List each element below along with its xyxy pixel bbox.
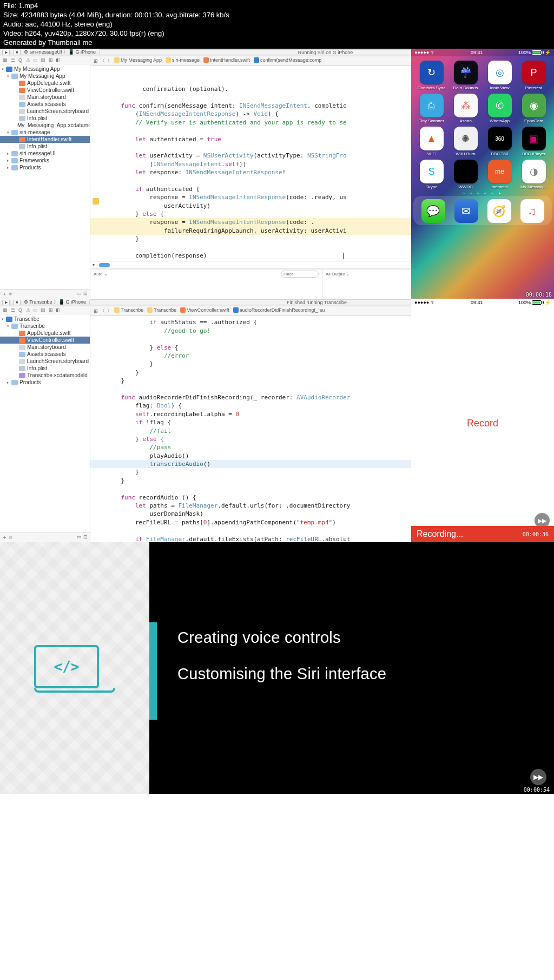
auto-scope[interactable]: Auto ⌄ bbox=[94, 272, 108, 277]
add-icon[interactable]: ＋ ⊙ bbox=[2, 291, 12, 298]
app-icon[interactable]: ☔Rain Sounds bbox=[450, 61, 482, 90]
app-icon[interactable]: WWDC bbox=[450, 160, 482, 189]
tree-row[interactable]: AppDelegate.swift bbox=[0, 330, 90, 337]
app-icon[interactable]: ▣BBC iPlayer bbox=[518, 127, 550, 156]
navigator-footer: ＋ ⊙ ▭ ⊡ bbox=[0, 532, 90, 542]
app-icon[interactable]: ✺Will I Burn bbox=[450, 127, 482, 156]
add-icon[interactable]: ＋ ⊙ bbox=[2, 534, 12, 541]
breadcrumb-segment[interactable]: audioRecorderDidFinishRecording(_:su bbox=[233, 307, 325, 313]
tree-row[interactable]: ▾Transcribe bbox=[0, 315, 90, 323]
stop-button[interactable]: ■ bbox=[13, 50, 21, 55]
battery-icon: 100% ⚡ bbox=[518, 300, 551, 305]
run-button[interactable]: ▶ bbox=[2, 50, 10, 55]
file-tree[interactable]: ▾My Messaging App▾My Messaging AppAppDel… bbox=[0, 64, 90, 289]
tree-row[interactable]: Main.storyboard bbox=[0, 94, 90, 101]
breadcrumb-segment[interactable]: confirm(sendMessage:comp bbox=[254, 57, 321, 63]
page-indicator[interactable]: ○ ○ ○ ○ ○ ● bbox=[411, 192, 554, 195]
breadcrumb-segment[interactable]: Transcribe bbox=[147, 307, 176, 313]
app-icon[interactable]: memematic bbox=[484, 160, 516, 189]
app-icon[interactable]: ▲VLC bbox=[416, 127, 447, 156]
variables-filter[interactable] bbox=[281, 271, 319, 278]
app-icon[interactable]: ◑My Messag… bbox=[518, 160, 550, 189]
tree-row[interactable]: Main.storyboard bbox=[0, 344, 90, 351]
iphone-simulator-home: ●●●●● ᯤ 09:41 100% ⚡ ↻Contacts Sync☔Rain… bbox=[411, 49, 554, 299]
related-items-icon[interactable]: ⊞ bbox=[94, 58, 98, 64]
dock-app-icon[interactable]: ✉ bbox=[454, 199, 478, 223]
tree-row[interactable]: ▸siri-messageUI bbox=[0, 150, 90, 157]
tree-row[interactable]: IntentHandler.swift bbox=[0, 136, 90, 143]
app-icon[interactable]: 360BBC 360 bbox=[484, 127, 516, 156]
skip-forward-icon[interactable]: ▶▶ bbox=[530, 769, 546, 785]
breadcrumb-segment[interactable]: IntentHandler.swift bbox=[203, 57, 250, 63]
forward-icon[interactable]: 〉 bbox=[107, 307, 112, 314]
folder-nav-icon[interactable]: ▦ bbox=[2, 307, 8, 313]
debug-pill[interactable] bbox=[99, 263, 110, 267]
tree-row[interactable]: Info.plist bbox=[0, 365, 90, 372]
tree-row[interactable]: My_Messaging_App.xcdatamodeld bbox=[0, 122, 90, 129]
toggle-icon[interactable]: ▾ bbox=[93, 262, 95, 267]
frame-timestamp: 00:00:36 bbox=[523, 531, 549, 537]
tree-row[interactable]: ▸Products bbox=[0, 164, 90, 171]
scheme-selector[interactable]: ⚙ siri-messageUI 〉📱 G iPhone bbox=[24, 49, 96, 56]
frame-timestamp: 00:00:54 bbox=[524, 787, 550, 793]
dock-app-icon[interactable]: ♫ bbox=[520, 199, 544, 223]
tree-row[interactable]: Transcribe.xcdatamodeld bbox=[0, 372, 90, 379]
phone-time: 09:41 bbox=[471, 50, 483, 55]
tree-row[interactable]: Assets.xcassets bbox=[0, 101, 90, 108]
battery-icon: 100% ⚡ bbox=[518, 50, 551, 55]
tree-row[interactable]: ViewController.swift bbox=[0, 87, 90, 94]
tree-row[interactable]: ▸Frameworks bbox=[0, 157, 90, 164]
record-button[interactable]: Record bbox=[411, 418, 554, 429]
tree-row[interactable]: LaunchScreen.storyboard bbox=[0, 358, 90, 365]
back-icon[interactable]: 〈 bbox=[100, 57, 105, 64]
stop-button[interactable]: ■ bbox=[13, 300, 21, 305]
tree-row[interactable]: Assets.xcassets bbox=[0, 351, 90, 358]
meta-generator: Generated by Thumbnail me bbox=[3, 38, 551, 48]
filter-icon[interactable]: ▭ ⊡ bbox=[77, 291, 88, 298]
navigator-tabs[interactable]: ▦☰Q⚠▭▤⊞◧ bbox=[0, 56, 90, 64]
output-scope[interactable]: All Output ⌄ bbox=[326, 272, 349, 277]
scheme-selector[interactable]: ⚙ Transcribe 〉📱 G iPhone bbox=[24, 299, 86, 306]
meta-size: Size: 4234883 bytes (4.04 MiB), duration… bbox=[3, 11, 551, 20]
tree-row[interactable]: ▾My Messaging App bbox=[0, 73, 90, 80]
phone-status-bar: ●●●●● ᯤ 09:41 100% ⚡ bbox=[411, 299, 554, 306]
dock-app-icon[interactable]: 🧭 bbox=[487, 199, 511, 223]
recording-banner: Recording... 00:00:36 bbox=[411, 526, 554, 542]
breadcrumb-segment[interactable]: ViewController.swift bbox=[180, 307, 229, 313]
tree-row[interactable]: ▾My Messaging App bbox=[0, 65, 90, 73]
app-grid: ↻Contacts Sync☔Rain Sounds◎Ionic ViewPPi… bbox=[411, 56, 554, 189]
app-icon[interactable]: ✆WhatsApp bbox=[484, 94, 516, 123]
tree-row[interactable]: ▾Transcribe bbox=[0, 323, 90, 330]
dock-app-icon[interactable]: 💬 bbox=[421, 199, 445, 223]
tree-row[interactable]: ViewController.swift bbox=[0, 337, 90, 344]
warning-gutter-icon[interactable] bbox=[93, 198, 99, 205]
related-items-icon[interactable]: ⊞ bbox=[94, 308, 98, 314]
file-tree[interactable]: ▾Transcribe▾TranscribeAppDelegate.swiftV… bbox=[0, 314, 90, 532]
tree-row[interactable]: LaunchScreen.storyboard bbox=[0, 108, 90, 115]
tree-row[interactable]: ▸Products bbox=[0, 379, 90, 386]
app-icon[interactable]: ⁂Asana bbox=[450, 94, 482, 123]
navigator-tabs[interactable]: ▦☰Q⚠▭▤⊞◧ bbox=[0, 306, 90, 314]
app-icon[interactable]: SSkype bbox=[416, 160, 447, 189]
breadcrumb-segment[interactable]: siri-message bbox=[166, 57, 200, 63]
tree-row[interactable]: Info.plist bbox=[0, 115, 90, 122]
app-icon[interactable]: ⎙Tiny Scanner bbox=[416, 94, 447, 123]
app-icon[interactable]: PPinterest bbox=[518, 61, 550, 90]
tree-row[interactable]: AppDelegate.swift bbox=[0, 80, 90, 87]
app-icon[interactable]: ◉EpocCam bbox=[518, 94, 550, 123]
folder-nav-icon[interactable]: ▦ bbox=[2, 57, 8, 63]
project-navigator: ▦☰Q⚠▭▤⊞◧ ▾My Messaging App▾My Messaging … bbox=[0, 56, 90, 299]
back-icon[interactable]: 〈 bbox=[100, 307, 105, 314]
breadcrumb-segment[interactable]: My Messaging App bbox=[114, 57, 162, 63]
filter-icon[interactable]: ▭ ⊡ bbox=[77, 534, 88, 541]
video-metadata-header: File: 1.mp4 Size: 4234883 bytes (4.04 Mi… bbox=[0, 0, 554, 49]
tree-row[interactable]: Info.plist bbox=[0, 143, 90, 150]
navigator-footer: ＋ ⊙ ▭ ⊡ bbox=[0, 289, 90, 299]
app-icon[interactable]: ↻Contacts Sync bbox=[416, 61, 447, 90]
run-button[interactable]: ▶ bbox=[2, 300, 10, 305]
app-icon[interactable]: ◎Ionic View bbox=[484, 61, 516, 90]
forward-icon[interactable]: 〉 bbox=[107, 57, 112, 64]
tree-row[interactable]: ▾siri-message bbox=[0, 129, 90, 136]
breadcrumb-segment[interactable]: Transcribe bbox=[114, 307, 143, 313]
meta-file: File: 1.mp4 bbox=[3, 2, 551, 11]
